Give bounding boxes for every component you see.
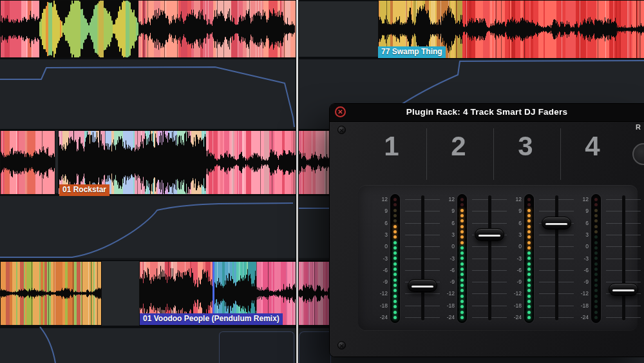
led — [527, 225, 531, 228]
led — [527, 235, 531, 239]
channel-separator — [426, 128, 427, 180]
channel-number: 2 — [439, 131, 478, 162]
screw-icon-bottom-left — [337, 341, 346, 349]
background-window-edge-left — [219, 331, 294, 363]
led — [460, 251, 464, 255]
clip-label-voodoo-people[interactable]: 01 Voodoo People (Pendulum Remix) — [140, 313, 283, 325]
plugin-titlebar[interactable]: ✕ Plugin Rack: 4 Track Smart DJ Faders — [330, 104, 644, 122]
clip-label-rockstar[interactable]: 01 Rockstar — [59, 184, 109, 196]
fader-handle-stripe — [612, 289, 634, 291]
led — [460, 257, 464, 260]
led — [393, 289, 397, 292]
fader-handle-stripe — [478, 235, 500, 237]
led — [594, 316, 598, 319]
db-scale-label: 0 — [574, 244, 589, 250]
led — [460, 295, 464, 298]
db-scale-label: 12 — [574, 197, 589, 202]
db-scale-label: -12 — [507, 291, 522, 297]
led — [594, 230, 598, 233]
fader-handle-ch1[interactable] — [408, 279, 437, 292]
db-scale-label: -24 — [574, 315, 589, 320]
led — [393, 230, 397, 233]
led — [527, 251, 531, 255]
led — [393, 257, 397, 260]
db-scale-label: -3 — [374, 256, 388, 262]
led — [393, 316, 397, 319]
led — [393, 305, 397, 308]
led — [594, 262, 598, 266]
knob-partial[interactable] — [632, 143, 644, 165]
fader-handle-ch3[interactable] — [542, 217, 571, 230]
led — [594, 295, 598, 298]
led — [393, 198, 397, 201]
led — [393, 225, 397, 228]
fader-handle-ch4[interactable] — [609, 283, 638, 296]
led — [460, 311, 464, 314]
db-scale-label: 6 — [574, 221, 589, 226]
db-scale-label: 9 — [374, 208, 388, 214]
led — [393, 219, 397, 222]
led — [393, 209, 397, 212]
led — [527, 246, 531, 250]
clip-track3-left[interactable] — [0, 262, 101, 325]
fader-handle-ch2[interactable] — [475, 228, 504, 241]
led — [594, 279, 598, 282]
led — [527, 268, 531, 271]
channel-number: 4 — [573, 131, 612, 162]
led — [527, 289, 531, 292]
led — [393, 214, 397, 217]
level-meter — [390, 194, 400, 323]
led — [527, 198, 531, 201]
db-scale-label: -12 — [374, 291, 388, 297]
channel-separator — [493, 128, 494, 180]
db-scale-label: -24 — [440, 315, 455, 320]
led — [393, 246, 397, 250]
led — [594, 235, 598, 239]
db-scale-label: 3 — [374, 232, 388, 238]
db-scale-label: 9 — [574, 208, 589, 214]
channel-number: 3 — [506, 131, 545, 162]
db-scale-label: 9 — [440, 208, 455, 214]
db-scale-label: -18 — [440, 303, 455, 309]
db-scale-label: 6 — [440, 221, 455, 226]
clip-label-swamp-thing[interactable]: 77 Swamp Thing — [378, 46, 446, 58]
led — [527, 230, 531, 233]
plugin-title: Plugin Rack: 4 Track Smart DJ Faders — [330, 107, 644, 117]
db-scale-label: -18 — [507, 303, 522, 309]
led — [527, 311, 531, 314]
led — [527, 262, 531, 266]
db-scale-label: -12 — [574, 291, 589, 297]
db-scale-label: -3 — [440, 256, 455, 262]
reset-label-partial: R — [636, 123, 641, 131]
db-scale-label: 12 — [507, 197, 522, 202]
fader-handle-stripe — [412, 286, 433, 288]
db-scale-label: 3 — [574, 232, 589, 238]
led — [527, 305, 531, 308]
db-scale-label: 3 — [440, 232, 455, 238]
led — [527, 209, 531, 212]
led — [594, 209, 598, 212]
db-scale-label: -6 — [507, 268, 522, 273]
fader-groove — [622, 195, 625, 320]
db-scale-label: 9 — [507, 208, 522, 214]
led — [527, 203, 531, 206]
screw-icon-top-left — [337, 126, 346, 134]
db-scale-label: -9 — [440, 279, 455, 285]
led — [594, 214, 598, 217]
db-scale-label: -18 — [574, 303, 589, 309]
led — [460, 268, 464, 271]
db-scale-label: -3 — [507, 256, 522, 262]
led — [393, 241, 397, 244]
playhead[interactable] — [296, 0, 299, 363]
db-scale-label: -24 — [374, 315, 388, 320]
level-meter — [457, 194, 467, 323]
clip-track1-left[interactable] — [0, 1, 295, 57]
led — [594, 225, 598, 228]
channel-separator — [560, 128, 561, 180]
led — [527, 273, 531, 276]
led — [460, 262, 464, 266]
clip-track2-left[interactable] — [0, 131, 55, 194]
fader-groove — [421, 195, 424, 320]
led — [393, 273, 397, 276]
led — [393, 262, 397, 266]
